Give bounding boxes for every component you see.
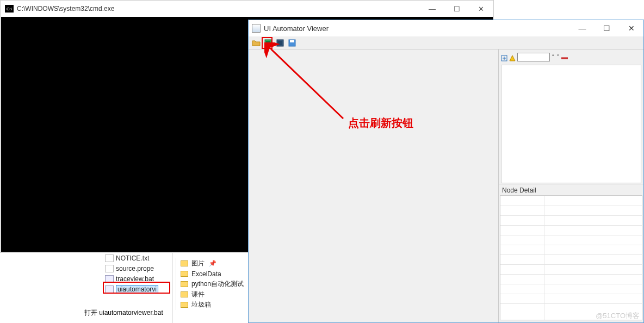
search-input[interactable] [517,53,550,61]
qa-label: python自动化测试 [191,279,244,289]
prev-icon[interactable]: ˄ [552,54,555,61]
svg-rect-5 [290,40,294,42]
uia-app-icon [252,24,261,33]
quick-access-item[interactable]: python自动化测试 [181,279,244,289]
qa-label: 垃圾箱 [191,300,211,309]
folder-icon [181,291,188,297]
folder-icon [181,302,188,308]
annotation-box [103,282,170,294]
divider [172,253,173,323]
annotation-toolbar-box [262,37,273,49]
uia-detail-panel: Node Detail [499,184,643,322]
minimize-button[interactable]: — [420,1,444,17]
screenshot-compressed-button[interactable] [275,38,286,48]
open-instruction: 打开 uiautomatorviewer.bat [84,308,163,318]
next-icon[interactable]: ˅ [556,54,560,61]
uia-tree-panel: ˄ ˅ ▬ [499,49,643,184]
qa-label: ExcelData [191,270,221,278]
cmd-window-controls: — ☐ ✕ [420,1,493,17]
maximize-button[interactable]: ☐ [444,1,469,17]
svg-marker-9 [510,55,515,61]
file-row[interactable]: source.prope [105,263,170,274]
detail-title: Node Detail [500,185,642,195]
close-button[interactable]: ✕ [619,20,643,36]
minimize-button[interactable]: — [570,20,595,36]
quick-access-item[interactable]: 垃圾箱 [181,300,244,310]
uia-screenshot-pane[interactable] [249,49,499,322]
qa-label: 课件 [191,290,205,299]
uia-toolbar [249,36,643,49]
uia-tree[interactable] [501,65,641,183]
maximize-button[interactable]: ☐ [595,20,619,36]
qa-label: 图片 [191,259,205,268]
quick-access-item[interactable]: 课件 [181,289,244,300]
clear-icon[interactable]: ▬ [561,53,568,61]
watermark: @51CTO博客 [596,311,640,321]
quick-access-item[interactable]: 图片📌 [181,258,244,269]
folder-icon [181,271,188,277]
warning-icon[interactable] [509,54,516,60]
uia-title-text: UI Automator Viewer [264,24,329,33]
svg-rect-3 [278,41,282,45]
folder-icon [181,260,188,266]
file-name: NOTICE.txt [116,254,149,262]
cmd-icon: C:\ [5,5,14,13]
detail-grid[interactable] [500,195,642,320]
quick-access-item[interactable]: ExcelData [181,269,244,279]
uia-window-controls: — ☐ ✕ [570,20,643,36]
file-row[interactable]: NOTICE.txt [105,253,170,263]
folder-icon [181,281,188,287]
close-button[interactable]: ✕ [469,1,493,17]
save-button[interactable] [287,38,298,48]
open-file-button[interactable] [251,38,262,48]
annotation-text: 点击刷新按钮 [348,116,413,131]
file-name: source.prope [116,265,154,272]
expand-all-icon[interactable] [501,54,507,60]
uiautomator-window: UI Automator Viewer — ☐ ✕ ˄ [248,20,644,323]
pin-icon: 📌 [209,260,216,267]
cmd-title-text: C:\WINDOWS\system32\cmd.exe [17,5,114,13]
